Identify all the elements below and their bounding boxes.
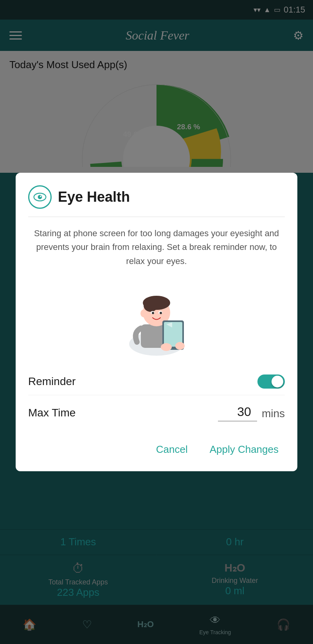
apply-changes-button[interactable]: Apply Changes <box>203 440 285 459</box>
reminder-toggle[interactable] <box>257 374 285 389</box>
modal-header: Eye Health <box>28 185 285 217</box>
reminder-row: Reminder <box>28 368 285 395</box>
svg-point-22 <box>175 342 185 350</box>
cancel-button[interactable]: Cancel <box>150 440 194 459</box>
maxtime-unit: mins <box>262 407 285 421</box>
person-illustration <box>102 277 211 356</box>
svg-point-8 <box>40 196 41 197</box>
svg-point-17 <box>152 312 154 314</box>
svg-point-21 <box>161 343 172 351</box>
modal-description: Staring at phone screen for too long dam… <box>28 226 285 268</box>
toggle-knob <box>272 376 283 387</box>
modal-overlay: Eye Health Staring at phone screen for t… <box>0 0 313 644</box>
eye-icon-circle <box>28 185 52 209</box>
svg-point-18 <box>160 312 162 314</box>
svg-point-7 <box>38 195 42 199</box>
eye-health-modal: Eye Health Staring at phone screen for t… <box>16 173 297 471</box>
svg-point-13 <box>144 299 158 312</box>
maxtime-input-group: mins <box>218 405 285 421</box>
eye-icon <box>33 190 47 204</box>
svg-point-14 <box>140 309 147 317</box>
modal-actions: Cancel Apply Changes <box>28 437 285 459</box>
maxtime-row: Max Time mins <box>28 398 285 428</box>
maxtime-input[interactable] <box>218 405 257 421</box>
reminder-label: Reminder <box>28 375 76 388</box>
modal-title: Eye Health <box>58 189 130 205</box>
illustration <box>28 277 285 356</box>
maxtime-label: Max Time <box>28 407 76 419</box>
